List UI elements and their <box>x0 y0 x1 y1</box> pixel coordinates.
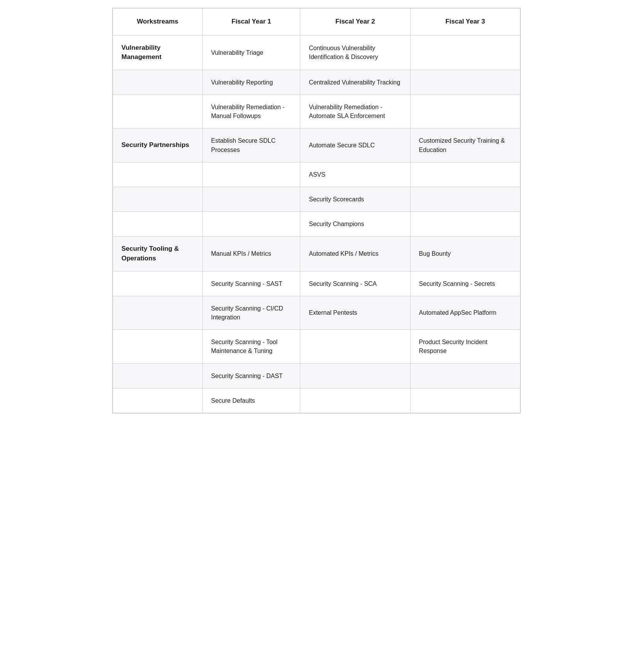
table-row: ASVS <box>113 162 520 187</box>
table-row: Security Scanning - CI/CD IntegrationExt… <box>113 296 520 329</box>
cell-workstream <box>113 296 203 329</box>
cell-fy2: Vulnerability Remediation - Automate SLA… <box>300 95 410 128</box>
table-row: Vulnerability Remediation - Manual Follo… <box>113 95 520 128</box>
header-fy1: Fiscal Year 1 <box>202 8 300 35</box>
cell-workstream <box>113 95 203 128</box>
cell-fy1 <box>202 212 300 236</box>
cell-fy3: Bug Bounty <box>410 236 520 271</box>
table-row: Security Scanning - SASTSecurity Scannin… <box>113 271 520 296</box>
header-fy3: Fiscal Year 3 <box>410 8 520 35</box>
cell-fy3 <box>410 363 520 388</box>
table-row: Security Tooling & OperationsManual KPIs… <box>113 236 520 271</box>
cell-fy1: Security Scanning - CI/CD Integration <box>202 296 300 329</box>
cell-fy2: ASVS <box>300 162 410 187</box>
cell-fy2: Centralized Vulnerability Tracking <box>300 70 410 95</box>
cell-fy1: Secure Defaults <box>202 388 300 413</box>
cell-workstream <box>113 187 203 212</box>
cell-fy1: Vulnerability Triage <box>202 35 300 70</box>
cell-fy3: Product Security Incident Response <box>410 330 520 363</box>
table-row: Security Scanning - DAST <box>113 363 520 388</box>
cell-workstream: Vulnerability Management <box>113 35 203 70</box>
cell-fy1: Security Scanning - Tool Maintenance & T… <box>202 330 300 363</box>
cell-workstream <box>113 212 203 236</box>
cell-fy1 <box>202 187 300 212</box>
cell-fy3 <box>410 162 520 187</box>
cell-fy1: Manual KPIs / Metrics <box>202 236 300 271</box>
cell-fy3: Security Scanning - Secrets <box>410 271 520 296</box>
cell-fy3 <box>410 212 520 236</box>
table-row: Security Scanning - Tool Maintenance & T… <box>113 330 520 363</box>
table-row: Secure Defaults <box>113 388 520 413</box>
cell-workstream <box>113 70 203 95</box>
cell-fy1: Vulnerability Remediation - Manual Follo… <box>202 95 300 128</box>
cell-fy3 <box>410 95 520 128</box>
header-workstreams: Workstreams <box>113 8 203 35</box>
cell-fy2: Security Scanning - SCA <box>300 271 410 296</box>
table-row: Security PartnershipsEstablish Secure SD… <box>113 128 520 162</box>
cell-workstream <box>113 388 203 413</box>
cell-workstream <box>113 271 203 296</box>
cell-fy3 <box>410 187 520 212</box>
cell-fy1: Security Scanning - SAST <box>202 271 300 296</box>
cell-fy1: Security Scanning - DAST <box>202 363 300 388</box>
roadmap-table: Workstreams Fiscal Year 1 Fiscal Year 2 … <box>112 8 521 414</box>
table-row: Vulnerability ManagementVulnerability Tr… <box>113 35 520 70</box>
table-row: Vulnerability ReportingCentralized Vulne… <box>113 70 520 95</box>
cell-workstream: Security Tooling & Operations <box>113 236 203 271</box>
cell-fy3 <box>410 70 520 95</box>
cell-fy3 <box>410 35 520 70</box>
cell-fy2: Security Champions <box>300 212 410 236</box>
cell-fy2 <box>300 363 410 388</box>
cell-fy2 <box>300 330 410 363</box>
cell-fy1: Establish Secure SDLC Processes <box>202 128 300 162</box>
cell-workstream: Security Partnerships <box>113 128 203 162</box>
cell-fy1 <box>202 162 300 187</box>
cell-workstream <box>113 162 203 187</box>
cell-fy3: Automated AppSec Platform <box>410 296 520 329</box>
cell-fy2: Continuous Vulnerability Identification … <box>300 35 410 70</box>
table-row: Security Scorecards <box>113 187 520 212</box>
cell-fy2 <box>300 388 410 413</box>
cell-fy2: Automated KPIs / Metrics <box>300 236 410 271</box>
header-row: Workstreams Fiscal Year 1 Fiscal Year 2 … <box>113 8 520 35</box>
header-fy2: Fiscal Year 2 <box>300 8 410 35</box>
cell-workstream <box>113 330 203 363</box>
cell-fy2: Automate Secure SDLC <box>300 128 410 162</box>
cell-fy3 <box>410 388 520 413</box>
cell-workstream <box>113 363 203 388</box>
cell-fy2: Security Scorecards <box>300 187 410 212</box>
cell-fy3: Customized Security Training & Education <box>410 128 520 162</box>
cell-fy2: External Pentests <box>300 296 410 329</box>
cell-fy1: Vulnerability Reporting <box>202 70 300 95</box>
table-row: Security Champions <box>113 212 520 236</box>
